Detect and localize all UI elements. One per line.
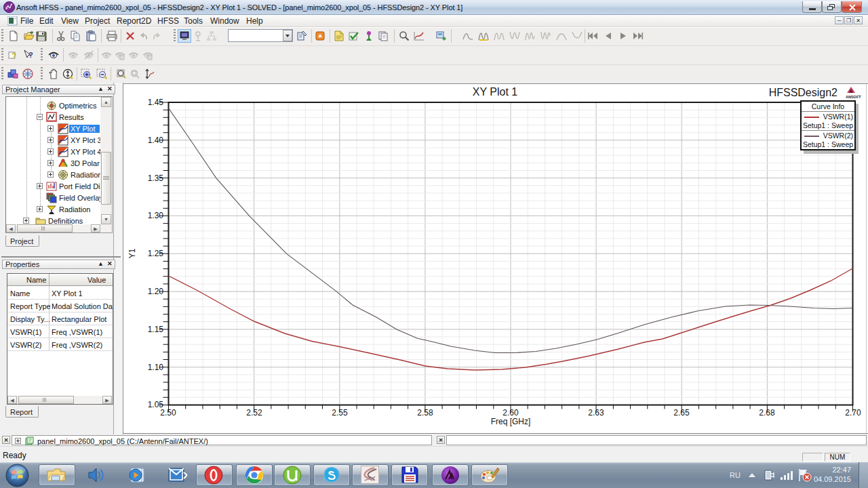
svg-text:?: ? (12, 52, 16, 60)
svg-text:?: ? (28, 51, 33, 59)
svg-text:ANSOFT: ANSOFT (846, 95, 861, 99)
